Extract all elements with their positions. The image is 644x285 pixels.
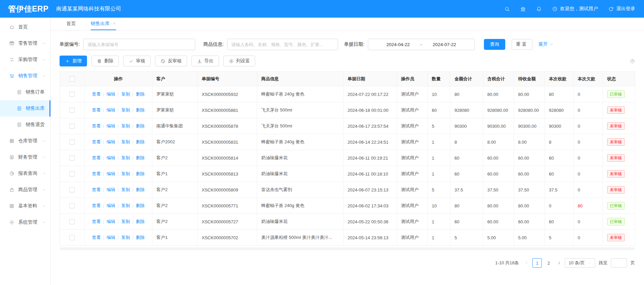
row-checkbox[interactable]: [69, 235, 75, 240]
column-settings-button[interactable]: 列设置: [223, 56, 256, 66]
operator-cell: 测试用户: [397, 182, 428, 198]
product-info-input[interactable]: [227, 39, 338, 50]
delete-link[interactable]: 删除: [136, 203, 145, 208]
row-checkbox[interactable]: [69, 139, 75, 145]
view-link[interactable]: 查看: [92, 123, 101, 128]
edit-link[interactable]: 编辑: [107, 219, 115, 224]
customer-cell: 客户2002: [152, 134, 198, 150]
copy-link[interactable]: 复制: [121, 235, 130, 240]
sidebar-item-report[interactable]: 报表查询: [0, 165, 50, 182]
copy-link[interactable]: 复制: [121, 203, 130, 208]
bell-icon[interactable]: [536, 6, 542, 12]
edit-link[interactable]: 编辑: [107, 187, 115, 192]
view-link[interactable]: 查看: [92, 171, 101, 176]
edit-link[interactable]: 编辑: [107, 123, 115, 128]
delete-link[interactable]: 删除: [136, 139, 145, 144]
row-checkbox[interactable]: [69, 219, 75, 224]
delete-link[interactable]: 删除: [136, 219, 145, 224]
view-link[interactable]: 查看: [92, 235, 101, 240]
copy-link[interactable]: 复制: [121, 219, 130, 224]
sidebar-item-goods[interactable]: 商品管理: [0, 182, 50, 198]
copy-link[interactable]: 复制: [121, 187, 130, 192]
row-checkbox[interactable]: [69, 203, 75, 208]
sidebar-item-sales-order[interactable]: 销售订单: [0, 84, 50, 100]
bank-icon[interactable]: [520, 6, 526, 12]
sidebar-item-system[interactable]: 系统管理: [0, 214, 50, 230]
tab-home[interactable]: 首页: [66, 18, 76, 30]
unapprove-label: 反审核: [168, 58, 182, 64]
prev-page-icon[interactable]: [524, 261, 529, 265]
row-checkbox[interactable]: [69, 107, 75, 113]
view-link[interactable]: 查看: [92, 219, 101, 224]
search-icon[interactable]: [504, 6, 510, 12]
tab-sales-outbound[interactable]: 销售出库: [91, 18, 116, 30]
edit-link[interactable]: 编辑: [107, 155, 115, 160]
copy-link[interactable]: 复制: [121, 107, 130, 113]
delete-link[interactable]: 删除: [136, 235, 145, 240]
page-button-1[interactable]: 1: [532, 258, 542, 268]
reset-button[interactable]: 重置: [512, 39, 532, 50]
next-page-icon[interactable]: [557, 261, 561, 265]
qty-cell: 1: [428, 230, 450, 246]
view-link[interactable]: 查看: [92, 107, 101, 113]
copy-link[interactable]: 复制: [121, 171, 130, 176]
jump-page-input[interactable]: [611, 258, 627, 268]
view-link[interactable]: 查看: [92, 187, 101, 192]
sidebar-item-sales-return[interactable]: 销售退货: [0, 117, 50, 133]
row-checkbox[interactable]: [69, 187, 75, 192]
search-button[interactable]: 查询: [484, 39, 505, 50]
delete-link[interactable]: 删除: [136, 107, 145, 113]
sidebar-item-home[interactable]: 首页: [0, 19, 50, 35]
edit-link[interactable]: 编辑: [107, 107, 115, 113]
page-button-2[interactable]: 2: [544, 258, 553, 268]
copy-link[interactable]: 复制: [121, 91, 130, 97]
sidebar-item-basic[interactable]: 基本资料: [0, 198, 50, 214]
delete-link[interactable]: 删除: [136, 171, 145, 176]
horizontal-scrollbar[interactable]: [60, 247, 635, 250]
view-link[interactable]: 查看: [92, 91, 101, 97]
add-button[interactable]: 新增: [60, 56, 87, 66]
copy-link[interactable]: 复制: [121, 123, 130, 128]
export-button[interactable]: 导出: [192, 56, 219, 66]
sidebar-item-retail[interactable]: 零售管理: [0, 35, 50, 52]
copy-link[interactable]: 复制: [121, 139, 130, 144]
copy-link[interactable]: 复制: [121, 155, 130, 160]
delete-link[interactable]: 删除: [136, 91, 145, 97]
received-cell: 0: [545, 198, 574, 214]
sidebar-item-warehouse[interactable]: 仓库管理: [0, 133, 50, 149]
date-end[interactable]: 2024-07-22: [433, 42, 456, 47]
edit-link[interactable]: 编辑: [107, 235, 115, 240]
owed-cell: 0: [574, 150, 603, 166]
page-size-select[interactable]: 10 条/页: [565, 258, 595, 268]
delete-link[interactable]: 删除: [136, 187, 145, 192]
date-range-picker[interactable]: 2024-04-22 ~ 2024-07-22: [368, 39, 475, 50]
delete-link[interactable]: 删除: [136, 123, 145, 128]
date-start[interactable]: 2024-04-22: [386, 42, 410, 47]
view-link[interactable]: 查看: [92, 155, 101, 160]
order-no-input[interactable]: [83, 39, 195, 50]
delete-button[interactable]: 删除: [91, 56, 119, 66]
view-link[interactable]: 查看: [92, 139, 101, 144]
approve-button[interactable]: 审核: [123, 56, 151, 66]
row-checkbox[interactable]: [69, 171, 75, 177]
logout-button[interactable]: 退出登录: [608, 6, 635, 12]
row-checkbox[interactable]: [69, 155, 75, 161]
edit-link[interactable]: 编辑: [107, 139, 115, 144]
edit-link[interactable]: 编辑: [107, 203, 115, 208]
sidebar-item-finance[interactable]: 财务管理: [0, 149, 50, 165]
select-all-checkbox[interactable]: [69, 76, 75, 82]
row-checkbox[interactable]: [69, 91, 75, 97]
unapprove-button[interactable]: 反审核: [155, 56, 187, 66]
view-link[interactable]: 查看: [92, 203, 101, 208]
edit-link[interactable]: 编辑: [107, 171, 115, 176]
sidebar-item-sales-outbound[interactable]: 销售出库: [0, 100, 50, 117]
welcome-user[interactable]: 欢迎您，测试用户: [552, 6, 598, 12]
delete-link[interactable]: 删除: [136, 155, 145, 160]
row-checkbox[interactable]: [69, 123, 75, 129]
close-icon[interactable]: [112, 22, 116, 25]
help-icon[interactable]: [630, 59, 635, 64]
sidebar-item-sales[interactable]: 销售管理: [0, 68, 50, 84]
sidebar-item-purchase[interactable]: 采购管理: [0, 52, 50, 68]
edit-link[interactable]: 编辑: [107, 91, 115, 97]
expand-link[interactable]: 展开: [538, 41, 554, 47]
